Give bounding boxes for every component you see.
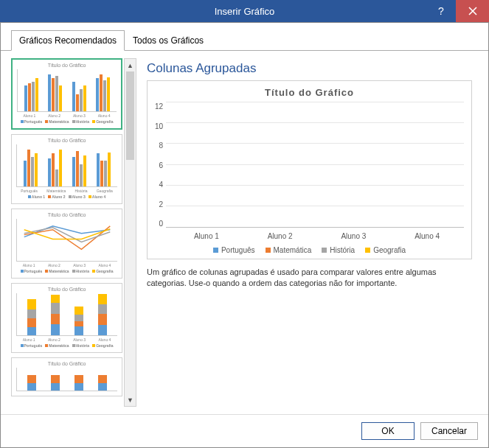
thumbnail-scrollbar[interactable]: ▲ ▼ [124, 58, 136, 407]
thumb-xlabels: Aluno 1Aluno 2Aluno 3Aluno 4 [16, 337, 117, 342]
thumbnail-column: Título do Gráfico Aluno 1Aluno 2Aluno 3A… [11, 58, 136, 407]
ok-button[interactable]: OK [361, 422, 415, 440]
thumb-legend: Aluno 1 Aluno 2 Aluno 3 Aluno 4 [16, 195, 117, 199]
close-icon [468, 7, 477, 15]
thumbnail-list: Título do Gráfico Aluno 1Aluno 2Aluno 3A… [11, 58, 122, 407]
window-controls: ? [426, 0, 489, 22]
thumb-stacked-bar-2[interactable]: Título do Gráfico [11, 357, 122, 396]
thumb-clustered-by-student[interactable]: Título do Gráfico Aluno 1Aluno 2Aluno 3A… [11, 58, 122, 130]
preview-chart-title: Título do Gráfico [155, 87, 464, 98]
window-title: Inserir Gráfico [0, 6, 489, 17]
scroll-down-button[interactable]: ▼ [125, 393, 136, 406]
thumb-clustered-by-subject[interactable]: Título do Gráfico PortuguêsMatemáticaHis… [11, 134, 122, 204]
tab-strip: Gráficos Recomendados Todos os Gráficos [1, 23, 488, 51]
thumb-legend: Português Matemática História Geografia [16, 343, 117, 348]
dialog-footer: OK Cancelar [1, 414, 488, 447]
tab-all-charts[interactable]: Todos os Gráficos [125, 30, 212, 51]
legend-swatch-historia [322, 248, 327, 253]
thumb-title: Título do Gráfico [16, 361, 117, 366]
preview-legend: Português Matemática História Geografia [155, 246, 464, 254]
thumb-xlabels: Aluno 1Aluno 2Aluno 3Aluno 4 [16, 263, 117, 267]
content-area: Título do Gráfico Aluno 1Aluno 2Aluno 3A… [1, 51, 488, 414]
thumb-chart [16, 144, 117, 187]
scroll-up-button[interactable]: ▲ [125, 59, 136, 71]
x-axis: Aluno 1 Aluno 2 Aluno 3 Aluno 4 [170, 232, 464, 240]
cancel-button[interactable]: Cancelar [420, 422, 478, 440]
thumb-legend: Português Matemática História Geografia [17, 119, 117, 124]
thumb-chart [16, 293, 117, 336]
preview-chart-type-title: Colunas Agrupadas [147, 61, 472, 76]
help-button[interactable]: ? [426, 0, 456, 22]
scroll-track-space[interactable] [125, 160, 136, 393]
thumb-chart [16, 368, 117, 391]
thumb-chart [16, 219, 117, 262]
thumb-title: Título do Gráfico [16, 212, 117, 217]
thumb-xlabels: Aluno 1Aluno 2Aluno 3Aluno 4 [17, 113, 117, 118]
chart-description: Um gráfico de colunas agrupadas é usado … [147, 267, 472, 289]
scroll-thumb[interactable] [126, 71, 134, 160]
thumb-line-chart[interactable]: Título do Gráfico Aluno 1Aluno 2Aluno 3A… [11, 209, 122, 279]
thumb-chart [17, 69, 117, 112]
tab-recommended[interactable]: Gráficos Recomendados [11, 30, 125, 51]
legend-swatch-geografia [365, 248, 370, 253]
legend-swatch-matematica [266, 248, 271, 253]
thumb-legend: Português Matemática História Geografia [16, 269, 117, 273]
thumb-stacked-bar[interactable]: Título do Gráfico Aluno 1Aluno 2Aluno 3A… [11, 283, 122, 353]
legend-swatch-portugues [213, 248, 218, 253]
dialog-body: Gráficos Recomendados Todos os Gráficos … [0, 22, 489, 448]
thumb-title: Título do Gráfico [17, 63, 117, 68]
close-button[interactable] [456, 0, 489, 22]
preview-plot-area: 12 10 8 6 4 2 0 [155, 102, 464, 228]
bars-area [166, 102, 464, 228]
thumb-title: Título do Gráfico [16, 138, 117, 143]
preview-pane: Colunas Agrupadas Título do Gráfico 12 1… [141, 58, 478, 407]
thumb-title: Título do Gráfico [16, 287, 117, 292]
preview-chart-frame[interactable]: Título do Gráfico 12 10 8 6 4 2 0 [147, 80, 472, 259]
y-axis: 12 10 8 6 4 2 0 [155, 102, 166, 228]
title-bar: Inserir Gráfico ? [0, 0, 489, 22]
thumb-xlabels: PortuguêsMatemáticaHistóriaGeografia [16, 189, 117, 193]
